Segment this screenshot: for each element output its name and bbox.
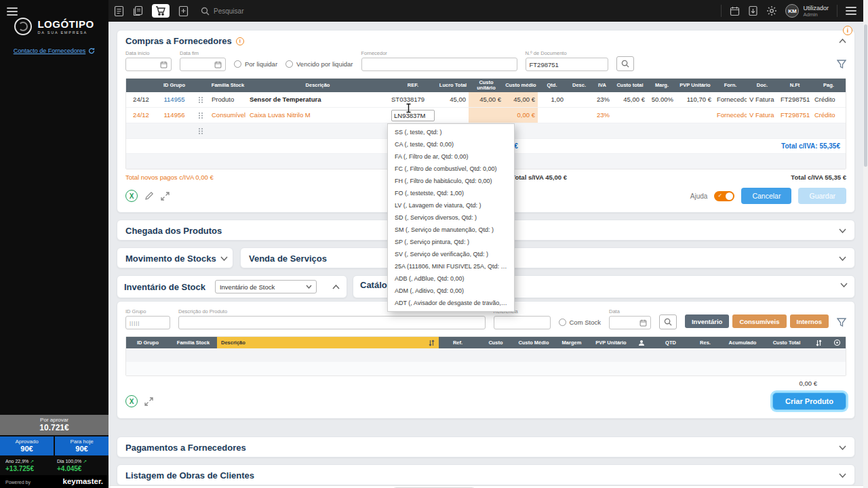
search-inventory-button[interactable] — [659, 314, 677, 329]
user-menu[interactable]: KM Utilizador Admin — [785, 4, 829, 18]
autocomplete-option[interactable]: FH (, Filtro de habitáculo, Qtd: 0,00) — [388, 175, 514, 187]
column-res[interactable]: Res. — [690, 337, 721, 348]
autocomplete-option[interactable]: SS (, teste, Qtd: ) — [388, 126, 514, 138]
window-scrollbar[interactable] — [863, 0, 868, 488]
column-target-icon[interactable] — [828, 337, 846, 348]
column-header[interactable]: Forn. — [714, 79, 747, 92]
column-header[interactable]: Custo total — [612, 79, 648, 92]
right-menu-icon[interactable] — [846, 5, 856, 17]
column-header[interactable]: Lucro Total — [437, 79, 469, 92]
ref-input[interactable] — [391, 110, 435, 121]
column-header[interactable]: Marg. — [648, 79, 676, 92]
autocomplete-option[interactable]: CA (, teste, Qtd: 0,00) — [388, 138, 514, 150]
date-start-input[interactable] — [125, 58, 172, 71]
export-excel-icon[interactable]: X — [125, 395, 138, 407]
column-custo-medio[interactable]: Custo Médio — [515, 337, 553, 348]
column-header[interactable]: Doc. — [747, 79, 778, 92]
document-export-icon[interactable] — [748, 5, 758, 16]
column-header[interactable]: Desc. — [566, 79, 592, 92]
drag-handle-icon[interactable] — [193, 123, 209, 138]
column-header[interactable]: Custo médio — [504, 79, 538, 92]
drag-handle-icon[interactable] — [193, 108, 209, 123]
drag-handle-icon[interactable] — [193, 92, 209, 107]
column-margem[interactable]: Margem — [553, 337, 591, 348]
section-venda-servicos[interactable]: Venda de Serviços — [240, 247, 855, 268]
column-header[interactable]: N.Ft — [778, 79, 812, 92]
column-custo-total[interactable]: Custo Total — [764, 337, 809, 348]
expand-section-icon[interactable] — [220, 256, 228, 261]
column-header[interactable] — [126, 79, 156, 92]
column-user-icon[interactable] — [631, 337, 652, 348]
column-acumulado[interactable]: Acumulado — [721, 337, 764, 348]
column-sort-icon[interactable] — [809, 337, 828, 348]
autocomplete-option[interactable]: SP (, Serviço pintura, Qtd: ) — [388, 236, 514, 248]
autocomplete-option[interactable]: ADT (, Avisador de desgaste de travão, Q… — [388, 297, 514, 309]
for-today-stat[interactable]: Para hoje 90€ — [55, 436, 108, 455]
autocomplete-option[interactable]: SD (, Serviços diversos, Qtd: ) — [388, 211, 514, 224]
filter-icon[interactable] — [837, 60, 846, 71]
calendar-icon[interactable] — [730, 6, 740, 16]
autocomplete-option[interactable]: ADB (, AdBlue, Qtd: 0,00) — [388, 272, 514, 285]
autocomplete-option[interactable]: 25A (111806, MINI FUSIVEL 25A, Qtd: 23,0… — [388, 260, 514, 272]
approved-stat[interactable]: Aprovado 90€ — [0, 436, 54, 455]
autocomplete-option[interactable]: FC (, Filtro de combustível, Qtd: 0,00) — [388, 163, 514, 175]
cancel-button[interactable]: Cancelar — [741, 188, 791, 204]
copy-document-icon[interactable] — [133, 5, 143, 17]
section-listagem-obras[interactable]: Listagem de Obras de Clientes — [117, 464, 855, 485]
supplier-input[interactable] — [361, 58, 517, 71]
collapse-section-icon[interactable] — [332, 285, 340, 289]
section-pagamentos-fornecedores[interactable]: Pagamentos a Fornecedores — [117, 436, 855, 458]
id-grupo-input[interactable]: ||||| — [125, 316, 170, 329]
column-pvp-unitario[interactable]: PVP Unitário — [591, 337, 631, 348]
inventory-type-select[interactable]: Inventário de Stock — [215, 280, 317, 293]
tab-consumiveis[interactable]: Consumíveis — [732, 314, 786, 328]
expand-section-icon[interactable] — [839, 228, 846, 233]
column-qtd[interactable]: QTD — [652, 337, 690, 348]
documents-icon[interactable] — [114, 5, 124, 17]
expand-section-icon[interactable] — [839, 256, 846, 261]
create-product-button[interactable]: Criar Produto — [772, 392, 846, 410]
edit-pencil-icon[interactable] — [144, 191, 154, 201]
search-input[interactable] — [214, 7, 295, 15]
column-header[interactable] — [193, 79, 209, 92]
column-custo[interactable]: Custo — [477, 337, 515, 348]
filter-vencido-por-liquidar[interactable]: Vencido por liquidar — [285, 60, 353, 71]
expand-section-icon[interactable] — [839, 473, 846, 478]
pending-approval-stat[interactable]: Por aprovar 10.721€ — [0, 415, 108, 435]
purchase-row-editing[interactable]: 24/12 114956 Consumível Caixa Luvas Nitr… — [126, 108, 846, 123]
section-inventario-stock[interactable]: Inventário de Stock Inventário de Stock — [117, 275, 347, 298]
expand-section-icon[interactable] — [840, 283, 848, 287]
expand-section-icon[interactable] — [839, 445, 846, 450]
global-search[interactable] — [201, 7, 295, 16]
info-icon[interactable]: i — [236, 37, 244, 45]
autocomplete-option[interactable]: SM (, Serviço de manutenção, Qtd: ) — [388, 224, 514, 236]
column-familia-stock[interactable]: Família Stock — [170, 337, 217, 348]
contact-suppliers-link[interactable]: Contacto de Fornecedores — [7, 47, 102, 54]
export-excel-icon[interactable]: X — [125, 190, 138, 202]
document-add-icon[interactable] — [178, 5, 189, 17]
autocomplete-option[interactable]: FA (, Filtro de ar, Qtd: 0,00) — [388, 150, 514, 163]
column-header[interactable]: Descrição — [247, 79, 389, 92]
column-header[interactable]: IVA — [592, 79, 612, 92]
autocomplete-option[interactable]: FO (, testetste, Qtd: 1,00) — [388, 187, 514, 199]
filter-por-liquidar[interactable]: Por liquidar — [234, 60, 277, 71]
column-header[interactable]: PVP Unitário — [676, 79, 714, 92]
column-descricao-sorted[interactable]: Descrição — [217, 337, 439, 348]
expand-icon[interactable] — [161, 192, 170, 201]
column-id-grupo[interactable]: ID Grupo — [126, 337, 170, 348]
notifications-info-icon[interactable]: i — [843, 26, 852, 35]
autocomplete-option[interactable]: LV (, Lavagem de viatura, Qtd: ) — [388, 199, 514, 211]
column-header[interactable]: ID Grupo — [156, 79, 193, 92]
purchases-cart-icon[interactable] — [152, 4, 170, 18]
tab-inventario[interactable]: Inventário — [685, 314, 729, 328]
scrollbar-thumb[interactable] — [864, 24, 867, 167]
product-description-input[interactable] — [178, 316, 486, 329]
radio-icon[interactable] — [559, 319, 566, 326]
save-button[interactable]: Guardar — [798, 188, 846, 204]
column-ref[interactable]: Ref. — [439, 337, 477, 348]
tab-internos[interactable]: Internos — [790, 314, 829, 328]
radio-icon[interactable] — [285, 60, 293, 68]
expand-icon[interactable] — [144, 397, 153, 406]
column-header[interactable]: REF. — [389, 79, 437, 92]
autocomplete-option[interactable]: SV (, Serviço de verificação, Qtd: ) — [388, 248, 514, 260]
